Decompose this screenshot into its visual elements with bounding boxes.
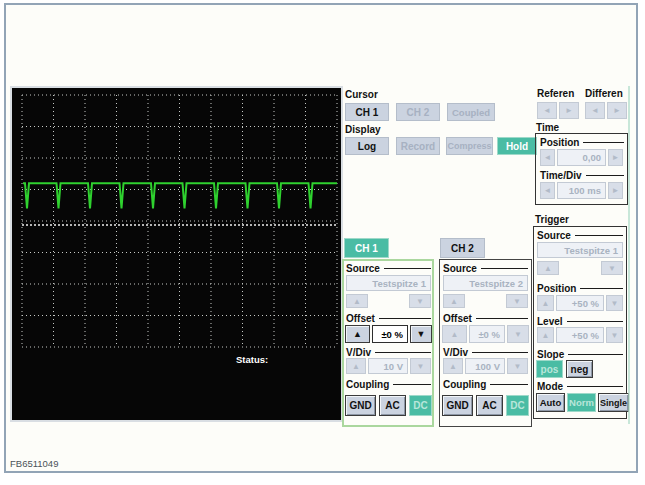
ch2-offset-down-arrow[interactable]: ▼ xyxy=(507,325,529,343)
ch1-source-down-arrow[interactable]: ▼ xyxy=(409,294,431,308)
trigger-mode-auto-button[interactable]: Auto xyxy=(536,393,565,412)
display-log-button[interactable]: Log xyxy=(345,137,389,155)
cursor-ch1-button[interactable]: CH 1 xyxy=(345,103,389,121)
cursor-ch2-button[interactable]: CH 2 xyxy=(396,103,440,121)
ch1-offset-label: Offset xyxy=(346,313,431,324)
ch2-coupling-ac-button[interactable]: AC xyxy=(476,395,503,416)
trigger-source-up-arrow[interactable]: ▲ xyxy=(537,261,559,275)
ch1-offset-value[interactable]: ±0 % xyxy=(372,325,408,343)
reference-left-arrow-button[interactable]: ◄ xyxy=(537,102,557,119)
cursor-section-label: Cursor xyxy=(345,89,378,100)
oscilloscope-screen: Status: xyxy=(12,88,341,420)
time-div-value: 100 ms xyxy=(557,182,606,199)
difference-right-arrow-button[interactable]: ► xyxy=(607,102,627,119)
difference-left-arrow-button[interactable]: ◄ xyxy=(585,102,605,119)
ch1-vdiv-down-arrow[interactable]: ▼ xyxy=(410,358,431,374)
ch1-coupling-gnd-button[interactable]: GND xyxy=(345,395,376,416)
time-div-label: Time/Div xyxy=(540,170,624,181)
ch2-coupling-gnd-button[interactable]: GND xyxy=(442,395,473,416)
ch2-coupling-label: Coupling xyxy=(443,379,528,390)
ch2-vdiv-value: 100 V xyxy=(465,358,505,374)
trigger-source-down-arrow[interactable]: ▼ xyxy=(601,261,623,275)
time-div-right-arrow[interactable]: ► xyxy=(608,182,623,199)
trigger-mode-norm-button[interactable]: Norm xyxy=(567,393,596,412)
ch1-coupling-label: Coupling xyxy=(346,379,431,390)
display-record-button[interactable]: Record xyxy=(396,137,440,155)
trigger-slope-label: Slope xyxy=(537,349,623,360)
trigger-position-label: Position xyxy=(537,283,623,294)
trigger-mode-single-button[interactable]: Single xyxy=(598,393,629,412)
panel-edge-highlight xyxy=(628,86,630,424)
ch1-vdiv-label: V/Div xyxy=(346,347,431,358)
ch2-vdiv-down-arrow[interactable]: ▼ xyxy=(507,358,528,374)
trigger-slope-neg-button[interactable]: neg xyxy=(566,360,593,378)
trigger-level-down-arrow[interactable]: ▼ xyxy=(606,327,623,343)
tab-ch2[interactable]: CH 2 xyxy=(440,238,485,258)
status-label: Status: xyxy=(236,354,268,365)
ch2-source-down-arrow[interactable]: ▼ xyxy=(506,294,528,308)
trigger-source-label: Source xyxy=(537,230,623,241)
figure-label: FB6511049 xyxy=(10,458,58,469)
ch1-source-up-arrow[interactable]: ▲ xyxy=(346,294,368,308)
trigger-position-up-arrow[interactable]: ▲ xyxy=(537,295,554,311)
tab-ch1[interactable]: CH 1 xyxy=(344,238,389,258)
ch2-source-label: Source xyxy=(443,263,528,274)
trigger-slope-pos-button[interactable]: pos xyxy=(536,360,563,378)
ch1-source-value: Testspitze 1 xyxy=(346,275,431,291)
time-position-left-arrow[interactable]: ◄ xyxy=(540,149,555,166)
time-position-value: 0,00 xyxy=(557,149,606,166)
trigger-level-label: Level xyxy=(537,316,623,327)
ch2-vdiv-up-arrow[interactable]: ▲ xyxy=(443,358,463,374)
trigger-section-label: Trigger xyxy=(535,214,569,225)
trigger-position-down-arrow[interactable]: ▼ xyxy=(606,295,623,311)
trigger-position-value: +50 % xyxy=(556,295,604,311)
trigger-level-value: +50 % xyxy=(556,327,604,343)
ch1-offset-up-arrow[interactable]: ▲ xyxy=(345,325,370,343)
ch2-vdiv-label: V/Div xyxy=(443,347,528,358)
ch1-coupling-dc-button[interactable]: DC xyxy=(409,395,432,416)
time-div-left-arrow[interactable]: ◄ xyxy=(540,182,555,199)
cursor-coupled-button[interactable]: Coupled xyxy=(447,103,495,121)
ch1-coupling-ac-button[interactable]: AC xyxy=(379,395,406,416)
display-hold-button[interactable]: Hold xyxy=(497,137,537,155)
trigger-source-value: Testspitze 1 xyxy=(537,242,623,258)
ch1-vdiv-value: 10 V xyxy=(368,358,408,374)
trigger-level-up-arrow[interactable]: ▲ xyxy=(537,327,554,343)
time-section-label: Time xyxy=(536,122,559,133)
difference-label: Differen xyxy=(585,88,623,99)
waveform-plot xyxy=(12,88,341,420)
display-section-label: Display xyxy=(345,124,381,135)
display-compress-button[interactable]: Compress xyxy=(446,137,493,155)
ch2-offset-up-arrow[interactable]: ▲ xyxy=(442,325,467,343)
time-position-right-arrow[interactable]: ► xyxy=(608,149,623,166)
ch2-source-up-arrow[interactable]: ▲ xyxy=(443,294,465,308)
ch2-source-value: Testspitze 2 xyxy=(443,275,528,291)
ch2-offset-value: ±0 % xyxy=(469,325,505,343)
ch1-source-label: Source xyxy=(346,263,431,274)
ch1-vdiv-up-arrow[interactable]: ▲ xyxy=(346,358,366,374)
reference-label: Referen xyxy=(537,88,574,99)
ch2-coupling-dc-button[interactable]: DC xyxy=(506,395,529,416)
reference-right-arrow-button[interactable]: ► xyxy=(559,102,579,119)
ch2-offset-label: Offset xyxy=(443,313,528,324)
time-position-label: Position xyxy=(540,137,624,148)
trigger-mode-label: Mode xyxy=(537,381,623,392)
ch1-offset-down-arrow[interactable]: ▼ xyxy=(410,325,432,343)
